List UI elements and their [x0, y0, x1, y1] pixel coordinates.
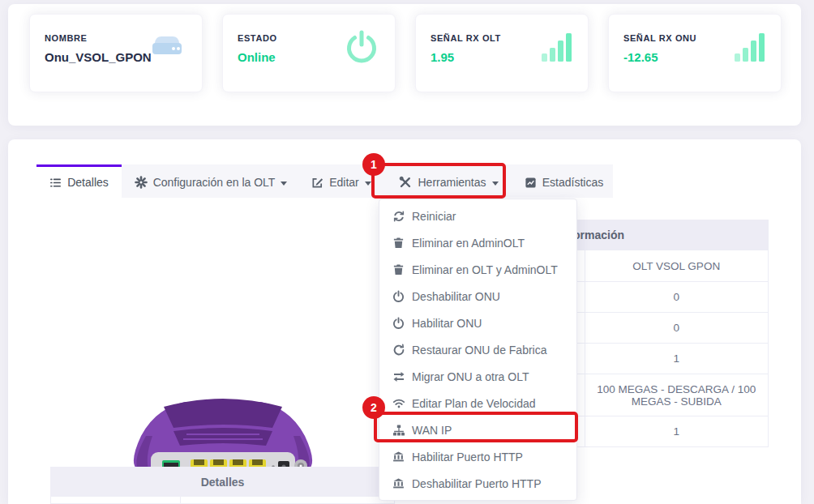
- table-cell: 0: [585, 313, 769, 343]
- rotate-icon: [392, 344, 405, 357]
- bank-icon: [392, 477, 405, 489]
- details-table: Detalles: [50, 467, 395, 504]
- bank-icon: [392, 451, 405, 463]
- menu-item-reiniciar[interactable]: Reiniciar: [379, 203, 576, 229]
- menu-item-label: Migrar ONU a otra OLT: [412, 370, 529, 383]
- exchange-icon: [392, 370, 405, 383]
- trash-icon: [392, 237, 405, 249]
- annotation-box-herramientas: [371, 163, 506, 199]
- table-cell: 100 MEGAS - DESCARGA / 100 MEGAS - SUBID…: [585, 374, 769, 416]
- menu-item-deshabilitar-onu[interactable]: Deshabilitar ONU: [379, 283, 576, 310]
- table-row: [50, 497, 395, 504]
- power-icon: [392, 317, 405, 329]
- menu-item-eliminar-adminolt[interactable]: Eliminar en AdminOLT: [379, 229, 576, 256]
- chart-icon: [525, 177, 537, 189]
- menu-item-label: Editar Plan de Velocidad: [412, 397, 536, 410]
- table-cell: 1: [585, 416, 769, 446]
- tab-label: Estadísticas: [542, 176, 603, 189]
- chevron-down-icon: [365, 182, 371, 186]
- signal-bars-icon: [542, 32, 572, 62]
- herramientas-dropdown-menu: Reiniciar Eliminar en AdminOLT Eliminar …: [379, 199, 577, 501]
- stat-card-nombre: NOMBRE Onu_VSOL_GPON: [29, 14, 203, 92]
- menu-item-restaurar-fabrica[interactable]: Restaurar ONU de Fabrica: [379, 336, 576, 363]
- menu-item-label: Deshabilitar ONU: [412, 290, 500, 303]
- menu-item-habilitar-onu[interactable]: Habilitar ONU: [379, 310, 576, 336]
- table-cell: 0: [585, 282, 769, 312]
- list-icon: [49, 177, 62, 189]
- tab-label: Configuración en la OLT: [153, 176, 276, 189]
- menu-item-label: Habilitar ONU: [412, 317, 482, 330]
- tab-label: Editar: [329, 176, 359, 189]
- tab-detalles[interactable]: Detalles: [36, 164, 122, 198]
- gear-icon: [135, 176, 148, 189]
- stat-card-senal-rx-olt: SEÑAL RX OLT 1.95: [415, 14, 589, 92]
- menu-item-label: Eliminar en AdminOLT: [412, 237, 525, 250]
- menu-item-habilitar-puerto-http[interactable]: Habilitar Puerto HTTP: [379, 443, 576, 470]
- details-table-title: Detalles: [50, 467, 395, 497]
- tab-estadisticas[interactable]: Estadísticas: [515, 164, 613, 198]
- stat-card-senal-rx-onu: SEÑAL RX ONU -12.65: [608, 14, 782, 92]
- menu-item-migrar-onu[interactable]: Migrar ONU a otra OLT: [379, 363, 576, 390]
- menu-item-label: Deshabilitar Puerto HTTP: [412, 477, 542, 490]
- menu-item-label: Eliminar en OLT y AdminOLT: [412, 263, 558, 276]
- stat-card-estado: ESTADO Online: [222, 14, 396, 92]
- menu-item-label: Reiniciar: [412, 210, 456, 223]
- annotation-box-wan-ip: [374, 412, 578, 442]
- trash-icon: [392, 263, 405, 275]
- annotation-badge-1: 1: [362, 153, 385, 176]
- menu-item-deshabilitar-puerto-http[interactable]: Deshabilitar Puerto HTTP: [379, 470, 576, 497]
- tab-label: Detalles: [67, 176, 109, 189]
- menu-item-label: Habilitar Puerto HTTP: [412, 451, 523, 463]
- edit-icon: [311, 177, 323, 189]
- tab-bar: Detalles Configuración en la OLT: [36, 164, 613, 198]
- onu-detail-page: NOMBRE Onu_VSOL_GPON ESTADO Online: [0, 0, 814, 504]
- router-icon: [148, 32, 186, 60]
- tab-configuracion-olt[interactable]: Configuración en la OLT: [122, 164, 300, 198]
- stats-panel: NOMBRE Onu_VSOL_GPON ESTADO Online: [8, 4, 801, 126]
- table-cell: OLT VSOL GPON: [585, 250, 769, 281]
- power-icon: [392, 290, 405, 302]
- chevron-down-icon: [281, 182, 287, 186]
- wifi-icon: [392, 397, 405, 410]
- menu-item-eliminar-olt-adminolt[interactable]: Eliminar en OLT y AdminOLT: [379, 256, 576, 283]
- sync-icon: [392, 210, 405, 223]
- signal-bars-icon: [735, 32, 765, 62]
- table-cell: 1: [585, 344, 769, 374]
- power-icon: [345, 29, 379, 63]
- annotation-badge-2: 2: [362, 396, 385, 419]
- menu-item-label: Restaurar ONU de Fabrica: [412, 344, 547, 357]
